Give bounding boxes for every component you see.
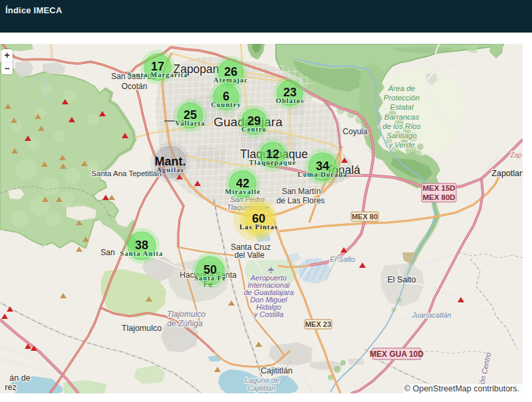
svg-text:Coyula: Coyula [342,127,368,136]
svg-text:Protección: Protección [384,94,420,102]
svg-text:Country: Country [211,101,241,108]
svg-text:Tlajomulco: Tlajomulco [122,324,162,333]
svg-text:Las Pintas: Las Pintas [239,223,278,231]
svg-text:MEX 80: MEX 80 [352,213,378,221]
svg-text:Zapotlanejo: Zapotlanejo [491,169,523,178]
svg-text:San: San [100,248,114,257]
svg-text:MEX 15D: MEX 15D [422,184,455,192]
svg-text:Oblatos: Oblatos [276,97,305,104]
svg-text:Barrancas: Barrancas [384,113,420,121]
svg-text:án de: án de [9,373,30,383]
svg-text:Laguna de: Laguna de [245,376,279,384]
svg-text:MEX 23: MEX 23 [305,320,331,328]
svg-text:Estatal: Estatal [390,103,414,111]
svg-text:✈: ✈ [266,266,276,273]
svg-text:Centro: Centro [241,126,267,133]
svg-text:Santa Margarita: Santa Margarita [127,71,188,78]
svg-text:Santa Anita: Santa Anita [120,250,164,257]
svg-text:Juanacatlán: Juanacatlán [411,311,451,319]
svg-text:MEX 80D: MEX 80D [422,193,455,201]
svg-text:del Valle: del Valle [234,251,264,260]
svg-text:Aguilas: Aguilas [156,166,184,173]
svg-text:y Costilla: y Costilla [253,310,284,318]
svg-text:Ocotán: Ocotán [122,82,148,91]
svg-text:de Las Flores: de Las Flores [277,196,325,205]
svg-text:de los Ríos: de los Ríos [382,122,421,130]
svg-text:San Martín: San Martín [282,187,321,196]
svg-text:Cajititlán: Cajititlán [261,366,293,375]
svg-text:de Zúñiga: de Zúñiga [167,319,203,328]
svg-text:Santa Ana Tepetitlán: Santa Ana Tepetitlán [91,169,161,177]
svg-text:Área de: Área de [388,84,415,92]
svg-text:Santa Fe: Santa Fe [194,274,226,282]
svg-text:Cajititlán: Cajititlán [247,384,275,392]
svg-text:Miravalle: Miravalle [225,188,261,195]
svg-text:rez: rez [5,383,16,392]
svg-text:Zap: Zap [509,151,522,159]
svg-text:Vallarta: Vallarta [175,120,205,127]
svg-text:y Verde: y Verde [388,141,414,149]
svg-text:Santiago: Santiago [386,132,417,140]
svg-text:Loma Dorada: Loma Dorada [298,171,348,178]
svg-text:El Salto: El Salto [387,275,416,284]
svg-text:Tlajomulco: Tlajomulco [167,310,205,319]
svg-text:Tlaquepaque: Tlaquepaque [249,159,296,166]
svg-text:MEX GUA 10D: MEX GUA 10D [370,350,424,359]
svg-text:El Salto: El Salto [330,255,355,263]
